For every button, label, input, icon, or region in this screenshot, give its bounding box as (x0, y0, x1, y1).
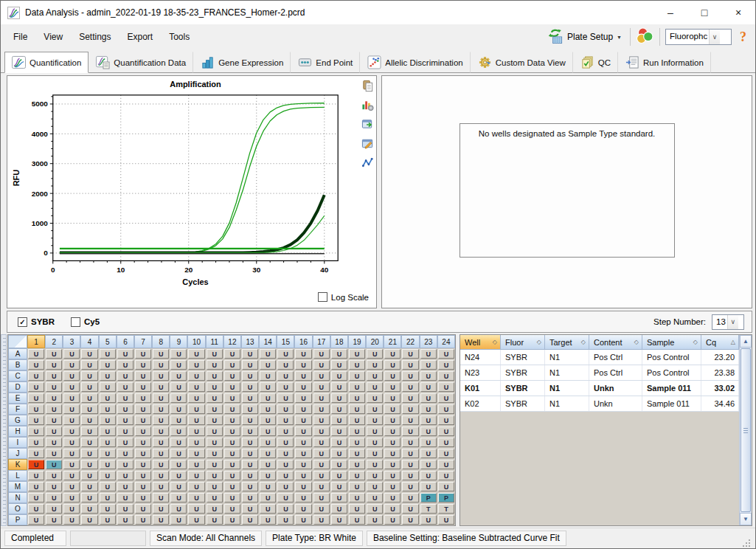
column-header-sample[interactable]: Sample◇ (642, 335, 701, 349)
well-I16[interactable]: U (295, 438, 311, 447)
plate-column-header-1[interactable]: 1 (27, 335, 45, 348)
well-A5[interactable]: U (100, 349, 116, 359)
well-A19[interactable]: U (349, 349, 365, 359)
well-E5[interactable]: U (100, 393, 116, 403)
well-J5[interactable]: U (100, 449, 116, 458)
fluor-checkbox-cy5[interactable]: Cy5 (71, 317, 100, 327)
column-header-target[interactable]: Target◇ (545, 335, 589, 349)
left-splitter[interactable] (1, 334, 7, 526)
plate-row-header-L[interactable]: L (8, 470, 27, 481)
plate-column-header-11[interactable]: 11 (206, 335, 223, 348)
well-H2[interactable]: U (46, 427, 62, 436)
well-O9[interactable]: U (170, 504, 187, 514)
well-M16[interactable]: U (295, 482, 311, 491)
well-I8[interactable]: U (153, 438, 169, 447)
well-D12[interactable]: U (224, 382, 240, 392)
well-I7[interactable]: U (135, 438, 151, 447)
well-B1[interactable]: U (28, 360, 44, 370)
well-D23[interactable]: U (420, 382, 437, 392)
well-L13[interactable]: U (242, 471, 258, 480)
well-M7[interactable]: U (135, 482, 151, 491)
well-O24[interactable]: T (438, 504, 454, 514)
well-H4[interactable]: U (81, 427, 97, 436)
well-A18[interactable]: U (331, 349, 347, 359)
well-I18[interactable]: U (331, 438, 347, 447)
well-B16[interactable]: U (295, 360, 311, 370)
well-H17[interactable]: U (313, 427, 330, 436)
well-P18[interactable]: U (331, 515, 347, 525)
well-E19[interactable]: U (349, 393, 365, 403)
well-M21[interactable]: U (384, 482, 400, 491)
well-J2[interactable]: U (46, 449, 62, 458)
well-D22[interactable]: U (402, 382, 418, 392)
well-B8[interactable]: U (153, 360, 169, 370)
plate-row-header-F[interactable]: F (8, 404, 27, 415)
plate-column-header-21[interactable]: 21 (384, 335, 401, 348)
well-M24[interactable]: U (438, 482, 454, 491)
well-C15[interactable]: U (277, 371, 294, 381)
well-J1[interactable]: U (28, 449, 44, 458)
plate-row-header-N[interactable]: N (8, 492, 27, 503)
well-K23[interactable]: U (420, 460, 437, 469)
tab-run-information[interactable]: Run Information (618, 52, 711, 73)
step-number-select[interactable]: 13 ∨ (712, 314, 744, 330)
well-I19[interactable]: U (349, 438, 365, 447)
well-J13[interactable]: U (242, 449, 258, 458)
well-O4[interactable]: U (81, 504, 97, 514)
well-B20[interactable]: U (367, 360, 383, 370)
well-N1[interactable]: U (28, 493, 44, 503)
well-P20[interactable]: U (367, 515, 383, 525)
well-L5[interactable]: U (100, 471, 116, 480)
well-J15[interactable]: U (277, 449, 294, 458)
well-C9[interactable]: U (170, 371, 187, 381)
plate-column-header-3[interactable]: 3 (63, 335, 80, 348)
well-L10[interactable]: U (188, 471, 204, 480)
well-N18[interactable]: U (331, 493, 347, 503)
well-M9[interactable]: U (170, 482, 187, 491)
well-C21[interactable]: U (384, 371, 400, 381)
annotate-icon[interactable] (361, 137, 374, 150)
well-F17[interactable]: U (313, 404, 330, 414)
scrollbar-thumb[interactable] (741, 348, 751, 512)
well-B14[interactable]: U (260, 360, 276, 370)
well-J6[interactable]: U (117, 449, 133, 458)
well-P8[interactable]: U (153, 515, 169, 525)
well-H16[interactable]: U (295, 427, 311, 436)
well-J20[interactable]: U (367, 449, 383, 458)
well-O7[interactable]: U (135, 504, 151, 514)
well-A1[interactable]: U (28, 349, 44, 359)
well-E3[interactable]: U (63, 393, 80, 403)
log-scale-checkbox-box[interactable] (318, 292, 327, 302)
amplification-chart[interactable]: 010002000300040005000010203040Amplificat… (7, 76, 376, 308)
well-P17[interactable]: U (313, 515, 330, 525)
well-O18[interactable]: U (331, 504, 347, 514)
well-F22[interactable]: U (402, 404, 418, 414)
plate-row-header-O[interactable]: O (8, 503, 27, 514)
well-C2[interactable]: U (46, 371, 62, 381)
well-M13[interactable]: U (242, 482, 258, 491)
well-A23[interactable]: U (420, 349, 437, 359)
well-D17[interactable]: U (313, 382, 330, 392)
well-P11[interactable]: U (207, 515, 223, 525)
well-D5[interactable]: U (100, 382, 116, 392)
well-L1[interactable]: U (28, 471, 44, 480)
well-E18[interactable]: U (331, 393, 347, 403)
well-M22[interactable]: U (402, 482, 418, 491)
well-K20[interactable]: U (367, 460, 383, 469)
plate-row-header-J[interactable]: J (8, 448, 27, 459)
well-L9[interactable]: U (170, 471, 187, 480)
well-F8[interactable]: U (153, 404, 169, 414)
plate-row-header-B[interactable]: B (8, 359, 27, 370)
well-O8[interactable]: U (153, 504, 169, 514)
well-M8[interactable]: U (153, 482, 169, 491)
well-K17[interactable]: U (313, 460, 330, 469)
well-G8[interactable]: U (153, 415, 169, 425)
well-D21[interactable]: U (384, 382, 400, 392)
well-O3[interactable]: U (63, 504, 80, 514)
menu-settings[interactable]: Settings (71, 28, 119, 46)
help-button[interactable]: ? (737, 30, 749, 45)
well-L16[interactable]: U (295, 471, 311, 480)
well-P6[interactable]: U (117, 515, 133, 525)
well-O11[interactable]: U (207, 504, 223, 514)
plate-row-header-G[interactable]: G (8, 415, 27, 426)
